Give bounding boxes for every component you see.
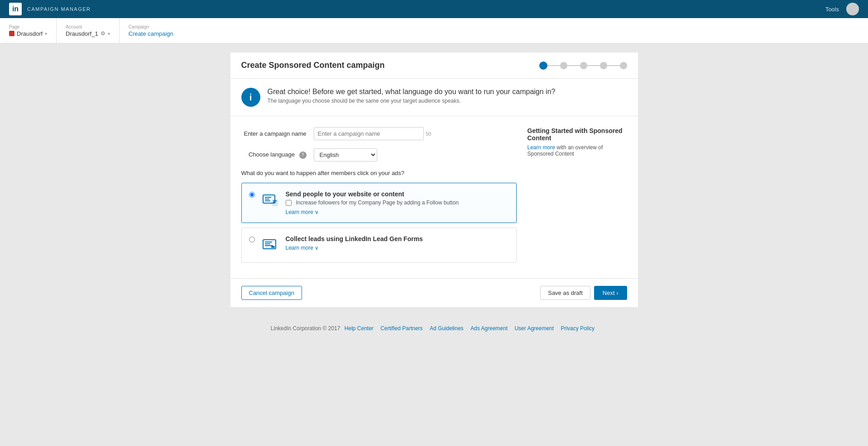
page-header: Create Sponsored Content campaign (230, 52, 638, 79)
svg-rect-8 (265, 242, 272, 242)
breadcrumb-account-label: Account (66, 24, 110, 29)
option-website-title: Send people to your website or content (286, 190, 509, 198)
nav-left: in CAMPAIGN MANAGER (9, 3, 91, 15)
footer-help-center[interactable]: Help Center (345, 325, 374, 332)
follow-button-checkbox[interactable] (286, 200, 292, 206)
footer-ad-guidelines[interactable]: Ad Guidelines (430, 325, 464, 332)
option-website-radio[interactable] (249, 192, 255, 198)
sidebar-box: Getting Started with Sponsored Content L… (528, 127, 627, 157)
option-website-content: Send people to your website or content I… (286, 190, 509, 215)
linkedin-logo: in (9, 3, 22, 15)
option-website[interactable]: Send people to your website or content I… (241, 183, 517, 223)
form-left: Enter a campaign name 50 Choose language… (241, 127, 517, 267)
breadcrumb-account: Account Drausdorf_1 ⚙ ▾ (57, 18, 120, 43)
breadcrumb-page: Page Drausdorf ▾ (9, 18, 57, 43)
language-row: Choose language ? English French German … (241, 148, 517, 161)
option-leadgen-learn-more[interactable]: Learn more ∨ (286, 245, 319, 251)
footer-buttons: Cancel campaign Save as draft Next › (230, 278, 638, 307)
svg-rect-10 (265, 245, 273, 246)
cancel-campaign-button[interactable]: Cancel campaign (241, 286, 302, 300)
option-website-checkbox-row: Increase followers for my Company Page b… (286, 199, 509, 206)
nav-right: Tools (825, 3, 859, 15)
option-leadgen-title: Collect leads using LinkedIn Lead Gen Fo… (286, 235, 509, 242)
language-select-wrapper: English French German Spanish Italian (314, 148, 432, 161)
campaign-name-label: Enter a campaign name (241, 130, 314, 137)
step-line-4 (607, 65, 620, 66)
progress-steps (539, 62, 627, 70)
page-title-highlight: Sponsored Content (269, 61, 347, 70)
step-4 (600, 62, 607, 69)
char-count: 50 (426, 131, 431, 137)
option-leadgen[interactable]: Collect leads using LinkedIn Lead Gen Fo… (241, 228, 517, 263)
option-leadgen-content: Collect leads using LinkedIn Lead Gen Fo… (286, 235, 509, 251)
breadcrumb-page-value[interactable]: Drausdorf ▾ (9, 30, 47, 37)
tools-button[interactable]: Tools (825, 6, 839, 13)
form-section: Enter a campaign name 50 Choose language… (230, 116, 638, 278)
breadcrumb-campaign-value: Create campaign (129, 30, 173, 37)
svg-rect-2 (265, 199, 269, 199)
breadcrumb: Page Drausdorf ▾ Account Drausdorf_1 ⚙ ▾… (0, 18, 868, 43)
breadcrumb-page-label: Page (9, 24, 47, 29)
language-select[interactable]: English French German Spanish Italian (314, 148, 377, 161)
sidebar-panel: Getting Started with Sponsored Content L… (528, 127, 627, 267)
page-title: Create Sponsored Content campaign (241, 61, 385, 70)
svg-rect-5 (273, 200, 277, 201)
svg-rect-6 (273, 202, 276, 203)
language-label: Choose language ? (241, 151, 314, 159)
step-line-2 (567, 65, 580, 66)
svg-rect-1 (265, 197, 271, 198)
page-color-dot (9, 31, 14, 36)
step-line-3 (587, 65, 600, 66)
app-title: CAMPAIGN MANAGER (27, 6, 91, 12)
sidebar-heading: Getting Started with Sponsored Content (528, 127, 627, 142)
footer-user-agreement[interactable]: User Agreement (514, 325, 554, 332)
svg-rect-3 (265, 200, 270, 201)
breadcrumb-account-value[interactable]: Drausdorf_1 ⚙ ▾ (66, 30, 110, 37)
info-subtext: The language you choose should be the sa… (268, 98, 556, 104)
sidebar-text: Learn more with an overview of Sponsored… (528, 144, 627, 157)
gear-icon[interactable]: ⚙ (101, 30, 106, 37)
bottom-footer: LinkedIn Corporation © 2017 Help Center … (0, 316, 868, 341)
svg-rect-11 (271, 246, 275, 248)
question-text: What do you want to happen after members… (241, 170, 517, 176)
sidebar-learn-more-link[interactable]: Learn more (528, 144, 555, 151)
info-icon: i (241, 88, 260, 107)
breadcrumb-campaign-label: Campaign (129, 24, 173, 29)
step-line-1 (547, 65, 560, 66)
footer-certified-partners[interactable]: Certified Partners (380, 325, 422, 332)
step-2 (560, 62, 567, 69)
step-5 (620, 62, 627, 69)
website-icon (260, 190, 280, 210)
leadgen-icon (260, 235, 280, 255)
campaign-name-input[interactable] (314, 127, 424, 140)
campaign-name-field-wrapper: 50 (314, 127, 432, 140)
info-text: Great choice! Before we get started, wha… (268, 88, 556, 104)
follow-button-label: Increase followers for my Company Page b… (296, 199, 459, 206)
footer-privacy-policy[interactable]: Privacy Policy (561, 325, 595, 332)
option-leadgen-radio[interactable] (249, 237, 255, 242)
step-3 (580, 62, 587, 69)
save-draft-button[interactable]: Save as draft (540, 286, 590, 300)
option-website-learn-more[interactable]: Learn more ∨ (286, 209, 319, 215)
top-navigation: in CAMPAIGN MANAGER Tools (0, 0, 868, 18)
next-button[interactable]: Next › (594, 286, 627, 300)
main-container: Create Sponsored Content campaign i Grea… (230, 52, 638, 307)
info-heading: Great choice! Before we get started, wha… (268, 88, 556, 96)
svg-rect-9 (265, 243, 270, 244)
step-1 (539, 62, 547, 70)
btn-group-right: Save as draft Next › (540, 286, 627, 300)
avatar[interactable] (846, 3, 859, 15)
campaign-name-row: Enter a campaign name 50 (241, 127, 517, 140)
footer-ads-agreement[interactable]: Ads Agreement (470, 325, 508, 332)
info-banner: i Great choice! Before we get started, w… (230, 79, 638, 116)
help-icon[interactable]: ? (299, 152, 307, 159)
copyright-text: LinkedIn Corporation © 2017 (271, 325, 340, 332)
breadcrumb-campaign: Campaign Create campaign (120, 18, 182, 43)
